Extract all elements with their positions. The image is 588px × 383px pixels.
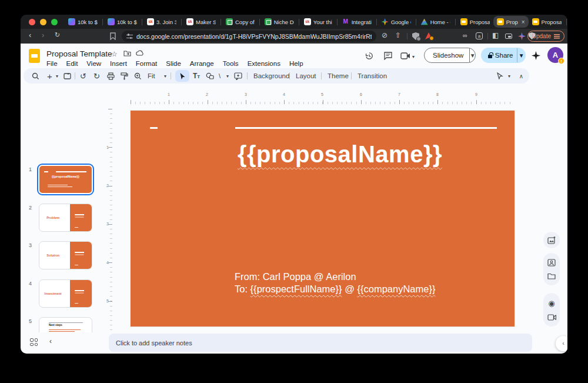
new-slide-dropdown-icon[interactable]: ▾ (56, 68, 58, 84)
gemini-sparkle-icon[interactable] (518, 32, 526, 40)
insert-comment-icon[interactable] (234, 68, 242, 84)
meet-camera-icon[interactable] (400, 52, 410, 59)
insert-image-icon[interactable] (547, 237, 556, 244)
shapes-icon[interactable] (206, 68, 214, 84)
share-button[interactable]: Share ▾ (481, 48, 526, 63)
slide-thumbnail-1-selected[interactable]: {{proposalName}} (37, 164, 94, 195)
close-tab-icon[interactable]: × (522, 19, 525, 25)
slide-thumbnail-4[interactable]: Investment (39, 279, 92, 308)
background-button[interactable]: Background (253, 68, 289, 84)
record-icon[interactable]: ◉ (548, 299, 554, 308)
zoom-dropdown-icon[interactable]: ▾ (164, 68, 166, 84)
tab-niche[interactable]: Niche Di (261, 16, 298, 28)
paint-format-icon[interactable] (121, 68, 128, 84)
reload-icon[interactable]: ↻ (55, 31, 60, 39)
transition-button[interactable]: Transition (358, 68, 387, 84)
menu-format[interactable]: Format (136, 60, 157, 67)
tab-10k-1[interactable]: 10k to $1 (65, 16, 101, 28)
image-person-icon[interactable] (547, 259, 556, 267)
tab-proposal-active[interactable]: Prop× (493, 16, 529, 28)
line-dropdown-icon[interactable]: ▾ (226, 68, 229, 84)
tab-integrati[interactable]: MIntegrati (339, 16, 375, 28)
menu-insert[interactable]: Insert (110, 60, 127, 67)
picture-in-picture-icon[interactable] (505, 34, 512, 39)
menu-arrange[interactable]: Arrange (190, 60, 214, 67)
gemini-ask-icon[interactable] (532, 51, 540, 60)
site-settings-icon[interactable] (126, 34, 133, 39)
slideshow-dropdown-icon[interactable]: ▾ (469, 48, 475, 62)
address-bar[interactable]: docs.google.com/presentation/d/1gT-H8iVP… (122, 31, 376, 42)
version-history-icon[interactable] (365, 51, 374, 61)
laser-pointer-icon[interactable] (496, 68, 503, 84)
bookmark-icon[interactable] (110, 32, 116, 40)
collapse-toolbar-icon[interactable]: ∧ (519, 68, 523, 84)
theme-button[interactable]: Theme (328, 68, 349, 84)
menu-extensions[interactable]: Extensions (248, 60, 280, 67)
collapse-filmstrip-icon[interactable]: ‹ (49, 337, 52, 345)
extension-shield-icon[interactable] (412, 32, 419, 40)
reader-a-icon[interactable]: a (476, 32, 483, 39)
star-icon[interactable]: ☆ (111, 50, 118, 58)
text-box-icon[interactable]: TT (193, 68, 200, 84)
tab-proposal-1[interactable]: Proposal (457, 16, 493, 28)
tab-separator (102, 19, 103, 25)
forward-icon[interactable]: › (42, 31, 44, 39)
menu-view[interactable]: View (86, 60, 101, 67)
slide-canvas[interactable]: {{proposalName}} From: Carl Poppa @ Aeri… (131, 111, 514, 327)
sidebar-toggle-icon[interactable]: ◧ (492, 31, 499, 39)
slide-title[interactable]: {{proposalName}} (131, 141, 549, 168)
laser-dropdown-icon[interactable]: ▾ (508, 68, 510, 84)
camera-dropdown-icon[interactable]: ▾ (412, 54, 415, 59)
tab-join[interactable]: sk3. Join 3 (143, 16, 180, 28)
search-menus-icon[interactable] (32, 68, 39, 84)
slides-header: Proposal Template ☆ File Edit View Inser… (21, 44, 567, 68)
menu-file[interactable]: File (46, 60, 58, 67)
update-browser-button[interactable]: Update (527, 31, 564, 42)
slide-thumbnail-2[interactable]: Problem (39, 204, 92, 232)
tab-copy-of[interactable]: Copy of (222, 16, 258, 28)
document-title[interactable]: Proposal Template (46, 49, 112, 58)
print-icon[interactable] (107, 68, 115, 84)
slide-from-to-text[interactable]: From: Carl Poppa @ Aerilon To: {{prospec… (235, 271, 435, 295)
zoom-select[interactable]: Fit (148, 68, 155, 84)
move-folder-icon[interactable] (123, 50, 131, 56)
minimize-window-button[interactable] (40, 19, 46, 25)
slideshow-button[interactable]: Slideshow ▾ (424, 48, 476, 63)
loop-extension-icon[interactable]: ∞ (463, 32, 467, 39)
avatar[interactable]: A ! (547, 47, 563, 63)
layout-button[interactable]: Layout (296, 68, 316, 84)
undo-icon[interactable]: ↺ (80, 68, 86, 84)
share-page-icon[interactable]: ⇧ (395, 31, 401, 39)
tab-maker[interactable]: skMaker Sc (183, 16, 219, 28)
cloud-status-icon[interactable] (136, 50, 144, 56)
menu-tools[interactable]: Tools (223, 60, 239, 67)
folder-icon[interactable] (547, 273, 556, 279)
comments-icon[interactable] (383, 51, 393, 60)
line-tool-icon[interactable]: \ (219, 68, 220, 84)
menu-help[interactable]: Help (289, 60, 303, 67)
extension-adblock-icon[interactable] (425, 32, 432, 39)
video-camera-icon[interactable] (547, 314, 556, 321)
zoom-icon[interactable] (134, 68, 142, 84)
back-icon[interactable]: ‹ (29, 31, 31, 39)
select-tool-button[interactable] (175, 70, 189, 82)
close-window-button[interactable] (29, 19, 35, 25)
menu-slide[interactable]: Slide (166, 60, 181, 67)
tab-google[interactable]: Google C (378, 16, 415, 28)
slide-thumbnail-3[interactable]: Solution (39, 241, 92, 269)
menu-edit[interactable]: Edit (66, 60, 78, 67)
frame-icon[interactable] (64, 68, 71, 84)
tab-home[interactable]: Home - C (417, 16, 454, 28)
new-slide-button[interactable]: + (47, 68, 52, 84)
show-side-panel-button[interactable]: ‹ (556, 336, 567, 351)
tab-your-thi[interactable]: skYour thi (300, 16, 336, 28)
redo-icon[interactable]: ↻ (93, 68, 100, 84)
tab-proposal-2[interactable]: Proposal (529, 16, 565, 28)
speaker-notes-input[interactable]: Click to add speaker notes (109, 334, 532, 352)
grid-view-icon[interactable] (30, 338, 38, 346)
share-dropdown-icon[interactable]: ▾ (517, 48, 526, 62)
slides-logo-icon[interactable] (29, 49, 40, 63)
offline-status-icon[interactable]: ⊘ (382, 31, 387, 39)
tab-10k-2[interactable]: 10k to $1 (104, 16, 141, 28)
zoom-window-button[interactable] (51, 19, 58, 25)
